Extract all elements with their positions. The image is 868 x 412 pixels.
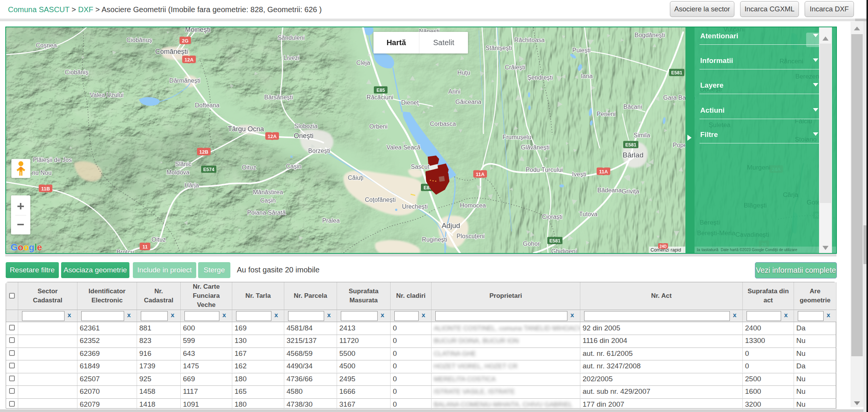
svg-text:Mănăstirea: Mănăstirea bbox=[253, 189, 283, 195]
svg-text:Ciobănuş: Ciobănuş bbox=[126, 37, 152, 43]
svg-text:Moldova: Moldova bbox=[167, 169, 190, 176]
svg-text:Bereşti-Meria: Bereşti-Meria bbox=[697, 230, 736, 237]
svg-text:Atentionari: Atentionari bbox=[700, 32, 738, 40]
svg-text:Sănduleni: Sănduleni bbox=[277, 35, 304, 41]
svg-text:Bârlad: Bârlad bbox=[623, 151, 644, 159]
svg-text:Rugineşti: Rugineşti bbox=[422, 236, 447, 243]
svg-text:24D: 24D bbox=[660, 244, 666, 248]
svg-text:Plăieşii de Jos: Plăieşii de Jos bbox=[33, 157, 72, 163]
svg-text:Valea Uzului: Valea Uzului bbox=[90, 92, 124, 98]
svg-text:Cioraşti: Cioraşti bbox=[542, 214, 562, 220]
svg-text:Stănişeşti: Stănişeşti bbox=[485, 45, 512, 51]
svg-text:E581: E581 bbox=[549, 238, 560, 244]
svg-text:Borzeşti: Borzeşti bbox=[308, 148, 330, 154]
svg-text:Moineşti: Moineşti bbox=[185, 27, 210, 33]
svg-text:Condiţii de utilizare: Condiţii de utilizare bbox=[765, 248, 797, 252]
svg-text:Dărmăneşti: Dărmăneşti bbox=[169, 77, 200, 84]
svg-text:2G: 2G bbox=[182, 38, 188, 44]
svg-text:Blăgeşti: Blăgeşti bbox=[744, 202, 767, 209]
svg-text:Corbasca: Corbasca bbox=[430, 121, 456, 127]
svg-text:Răchitoasa: Răchitoasa bbox=[514, 37, 545, 43]
svg-text:Podu Turcului: Podu Turcului bbox=[526, 167, 563, 173]
svg-text:Informatii: Informatii bbox=[700, 57, 733, 64]
svg-text:11B: 11B bbox=[41, 186, 50, 192]
svg-text:Iana: Iana bbox=[581, 73, 592, 79]
svg-text:Puieşti: Puieşti bbox=[572, 47, 591, 53]
svg-text:Cleja: Cleja bbox=[356, 60, 370, 66]
svg-text:Layere: Layere bbox=[700, 81, 723, 89]
svg-text:Târgu Ocna: Târgu Ocna bbox=[228, 125, 264, 133]
svg-text:Cârja: Cârja bbox=[783, 191, 799, 198]
svg-text:Perieni: Perieni bbox=[597, 111, 616, 117]
svg-text:Frumuşelu: Frumuşelu bbox=[503, 134, 531, 140]
svg-text:Bereşti: Bereşti bbox=[700, 219, 720, 226]
svg-text:la tastatură: la tastatură bbox=[697, 247, 718, 252]
svg-text:Sascut: Sascut bbox=[411, 164, 430, 170]
svg-text:Băcani: Băcani bbox=[624, 104, 642, 110]
svg-text:Brotcu: Brotcu bbox=[117, 249, 134, 253]
svg-text:Iveşti: Iveşti bbox=[572, 171, 586, 178]
svg-text:Glăvăneşti: Glăvăneşti bbox=[521, 144, 550, 151]
svg-text:Oneşti: Oneşti bbox=[294, 132, 313, 140]
svg-text:Berezeni: Berezeni bbox=[795, 73, 821, 80]
svg-text:E574: E574 bbox=[203, 167, 214, 172]
svg-text:Caşin: Caşin bbox=[286, 163, 302, 170]
svg-text:11A: 11A bbox=[476, 171, 485, 177]
svg-text:Ciobăniş: Ciobăniş bbox=[65, 69, 88, 75]
svg-text:Ploscuţeni: Ploscuţeni bbox=[457, 233, 485, 239]
svg-text:Filtre: Filtre bbox=[700, 131, 718, 138]
svg-text:Poiana Sărată: Poiana Sărată bbox=[247, 209, 286, 216]
svg-text:Dofteana: Dofteana bbox=[195, 102, 220, 109]
svg-text:12A: 12A bbox=[184, 57, 194, 63]
svg-text:Arini: Arini bbox=[448, 88, 460, 95]
svg-text:Căiuţi: Căiuţi bbox=[348, 175, 364, 181]
svg-text:Bârsăneşti: Bârsăneşti bbox=[264, 94, 293, 101]
svg-text:Crăieşti: Crăieşti bbox=[505, 64, 525, 71]
svg-text:11A: 11A bbox=[599, 169, 608, 175]
svg-text:Caşin: Caşin bbox=[260, 197, 276, 204]
svg-text:E85: E85 bbox=[377, 88, 385, 93]
svg-text:Homocea: Homocea bbox=[460, 202, 486, 209]
svg-text:Bogdăneşti: Bogdăneşti bbox=[635, 32, 665, 38]
svg-text:12B: 12B bbox=[199, 149, 208, 155]
svg-text:E581: E581 bbox=[625, 142, 636, 148]
svg-text:Cavadineşti: Cavadineşti bbox=[736, 231, 769, 238]
svg-text:Livezi: Livezi bbox=[284, 55, 299, 61]
svg-text:Valea Seacă: Valea Seacă bbox=[386, 144, 421, 151]
svg-text:Comăneşti: Comăneşti bbox=[155, 48, 188, 55]
svg-text:Coşnea: Coşnea bbox=[36, 42, 57, 49]
svg-text:Găiceana: Găiceana bbox=[455, 99, 482, 105]
svg-text:Murgeni: Murgeni bbox=[747, 164, 770, 171]
svg-text:Oituz: Oituz bbox=[151, 236, 165, 243]
svg-text:Date hartă ©2023 Google: Date hartă ©2023 Google bbox=[721, 248, 764, 252]
svg-text:Simila: Simila bbox=[633, 132, 650, 138]
svg-text:Slănic: Slănic bbox=[175, 161, 192, 167]
svg-text:Hârja: Hârja bbox=[184, 182, 199, 189]
svg-text:nu Nou: nu Nou bbox=[32, 170, 52, 176]
svg-text:E581: E581 bbox=[671, 70, 682, 75]
svg-text:Ghidigeni: Ghidigeni bbox=[551, 248, 577, 253]
svg-text:Stoiano: Stoiano bbox=[795, 136, 817, 143]
svg-text:Actiuni: Actiuni bbox=[700, 106, 725, 114]
svg-text:12A: 12A bbox=[268, 134, 277, 139]
svg-text:Bădeana: Bădeana bbox=[597, 187, 622, 193]
svg-text:Tutova: Tutova bbox=[579, 211, 597, 217]
svg-text:Fălciu: Fălciu bbox=[795, 118, 812, 125]
svg-text:Şuletea: Şuletea bbox=[709, 121, 731, 129]
svg-text:Orbeni: Orbeni bbox=[369, 123, 388, 130]
svg-text:Pralea: Pralea bbox=[322, 217, 340, 224]
svg-text:Gohor: Gohor bbox=[523, 241, 540, 247]
svg-text:Slobozia: Slobozia bbox=[294, 123, 317, 129]
svg-text:Coţofăneşti: Coţofăneşti bbox=[365, 197, 396, 203]
svg-text:Griviţa: Griviţa bbox=[622, 188, 639, 195]
svg-text:Oituz: Oituz bbox=[242, 164, 256, 171]
svg-text:11: 11 bbox=[142, 244, 148, 250]
svg-text:Şendreşti: Şendreşti bbox=[527, 74, 553, 81]
svg-text:Rânceni: Rânceni bbox=[780, 58, 803, 65]
svg-text:Adjud: Adjud bbox=[442, 222, 460, 230]
svg-text:Urecheşti: Urecheşti bbox=[402, 203, 428, 210]
svg-text:Huţu: Huţu bbox=[457, 69, 470, 76]
svg-text:Răcăciuni: Răcăciuni bbox=[367, 94, 393, 101]
svg-text:Dieneţ: Dieneţ bbox=[401, 99, 419, 106]
